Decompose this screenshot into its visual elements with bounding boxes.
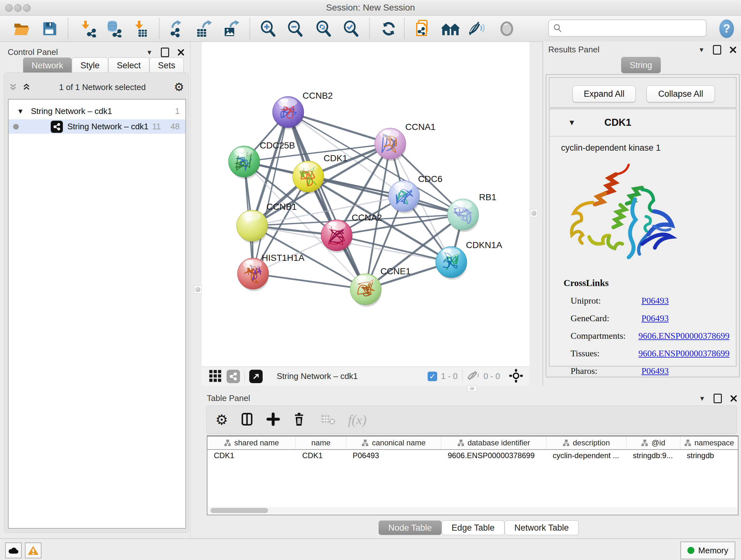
open-session-icon[interactable] <box>13 20 30 38</box>
bottom-splitter-grip[interactable] <box>467 385 477 392</box>
network-tree-child-row[interactable]: String Network – cdk1 11 48 <box>9 119 185 134</box>
help-button[interactable]: ? <box>719 19 734 38</box>
import-network-database-icon[interactable] <box>105 20 123 38</box>
show-columns-icon[interactable] <box>240 412 254 428</box>
column-header[interactable]: shared name <box>207 436 296 449</box>
collapse-all-button[interactable]: Collapse All <box>647 85 715 102</box>
tab-edge-table[interactable]: Edge Table <box>442 520 504 535</box>
save-session-icon[interactable] <box>41 20 59 38</box>
delete-column-trash-icon[interactable] <box>292 412 306 428</box>
results-panel-close-icon[interactable] <box>730 46 737 53</box>
uniprot-link[interactable]: P06493 <box>642 296 669 306</box>
hide-unhide-icon[interactable] <box>467 20 485 38</box>
zoom-selected-icon[interactable] <box>342 20 360 38</box>
import-table-icon[interactable] <box>131 20 149 38</box>
selected-checkbox-icon[interactable]: ✓ <box>428 372 437 381</box>
table-panel-close-icon[interactable] <box>730 395 737 402</box>
column-header[interactable]: canonical name <box>346 436 441 449</box>
network-edge-HIST1H1A-CCNE1[interactable] <box>253 273 366 289</box>
cell-namespace[interactable]: stringdb <box>680 449 738 462</box>
column-header[interactable]: @id <box>626 436 680 449</box>
column-header[interactable]: description <box>546 436 626 449</box>
cell-database-identifier[interactable]: 9606.ENSP00000378699 <box>441 449 546 462</box>
pharos-link[interactable]: P06493 <box>642 366 669 376</box>
function-builder-icon[interactable]: f(x) <box>348 412 366 428</box>
search-input[interactable] <box>562 23 702 34</box>
network-tree-root-row[interactable]: ▼ String Network – cdk1 1 <box>9 104 185 118</box>
tab-string-results[interactable]: String <box>621 57 661 73</box>
grid-mode-icon[interactable] <box>209 369 221 383</box>
gene-section-header[interactable]: ▼ CDK1 <box>549 109 736 137</box>
network-node-CCNE1[interactable] <box>350 273 381 307</box>
expand-all-button[interactable]: Expand All <box>572 85 636 102</box>
column-header[interactable]: name <box>296 436 346 449</box>
memory-button[interactable]: Memory <box>680 542 735 559</box>
right-splitter-grip[interactable] <box>530 209 538 217</box>
zoom-in-icon[interactable] <box>259 20 277 38</box>
string-import-icon[interactable] <box>414 20 432 38</box>
show-all-icon[interactable] <box>498 20 516 38</box>
export-image-icon[interactable] <box>223 20 241 38</box>
left-splitter-grip[interactable] <box>194 286 202 294</box>
birdseye-view-icon[interactable] <box>442 20 460 38</box>
column-header[interactable]: namespace <box>680 436 738 449</box>
network-node-HIST1H1A[interactable] <box>238 258 269 291</box>
network-node-CDC25B[interactable] <box>228 146 260 179</box>
network-mode-icon[interactable] <box>226 370 240 383</box>
zoom-out-icon[interactable] <box>286 20 304 38</box>
tab-sets[interactable]: Sets <box>149 57 184 73</box>
delete-table-icon[interactable] <box>321 413 336 427</box>
network-node-CDKN1A[interactable] <box>435 246 467 280</box>
tab-network-table[interactable]: Network Table <box>504 520 579 535</box>
export-table-icon[interactable] <box>195 20 213 38</box>
table-row[interactable]: CDK1 CDK1 P06493 9606.ENSP00000378699 cy… <box>207 449 738 462</box>
refresh-layout-icon[interactable] <box>380 20 398 38</box>
table-settings-gear-icon[interactable]: ⚙ <box>215 413 228 427</box>
table-panel-menu-icon[interactable]: ▼ <box>699 395 705 401</box>
cloud-button[interactable] <box>5 543 22 558</box>
scrollbar-thumb[interactable] <box>211 508 268 513</box>
tab-node-table[interactable]: Node Table <box>379 520 442 535</box>
detach-view-icon[interactable] <box>249 370 263 383</box>
expand-all-icon[interactable] <box>22 83 31 91</box>
results-panel-menu-icon[interactable]: ▼ <box>698 47 704 53</box>
genecard-link[interactable]: P06493 <box>642 313 669 323</box>
tab-network[interactable]: Network <box>23 57 72 73</box>
network-canvas[interactable]: CCNB2CCNA1CDC25BCDK1CDC6RB1CCNB1CCNA2CDK… <box>202 42 529 367</box>
network-node-CDC6[interactable] <box>388 180 420 213</box>
add-column-icon[interactable] <box>266 412 280 428</box>
network-options-gear-icon[interactable]: ⚙ <box>174 81 184 93</box>
control-panel-close-icon[interactable] <box>178 49 185 56</box>
column-type-icon <box>224 439 231 446</box>
table-horizontal-scrollbar[interactable] <box>208 507 737 514</box>
results-panel: Results Panel ▼ String Expand All Collap… <box>542 42 741 386</box>
cell-name[interactable]: CDK1 <box>296 449 346 462</box>
tab-select[interactable]: Select <box>108 57 149 73</box>
cell-id[interactable]: stringdb:9... <box>626 449 680 462</box>
results-panel-float-icon[interactable] <box>713 45 721 55</box>
network-node-CCNA1[interactable] <box>375 128 406 161</box>
network-node-CDK1[interactable] <box>293 161 324 194</box>
zoom-fit-icon[interactable] <box>315 20 333 38</box>
control-panel-float-icon[interactable] <box>161 48 169 57</box>
table-panel-float-icon[interactable] <box>714 394 722 403</box>
control-panel-menu-icon[interactable]: ▼ <box>146 49 152 56</box>
gene-collapse-icon[interactable]: ▼ <box>568 118 576 127</box>
collapse-all-icon[interactable] <box>9 83 17 91</box>
warnings-button[interactable] <box>25 543 42 558</box>
import-network-file-icon[interactable] <box>79 20 97 38</box>
cell-shared-name[interactable]: CDK1 <box>207 449 296 462</box>
fit-content-crosshair-icon[interactable] <box>509 369 523 384</box>
tissues-link[interactable]: 9606.ENSP00000378699 <box>638 348 730 359</box>
export-network-icon[interactable] <box>167 20 185 38</box>
network-graph[interactable]: CCNB2CCNA1CDC25BCDK1CDC6RB1CCNB1CCNA2CDK… <box>202 42 529 367</box>
tab-style[interactable]: Style <box>72 57 108 73</box>
cell-canonical-name[interactable]: P06493 <box>346 449 441 462</box>
compartments-link[interactable]: 9606.ENSP00000378699 <box>638 331 730 341</box>
cell-description[interactable]: cyclin-dependent ... <box>546 449 626 462</box>
hidden-eye-icon[interactable] <box>467 370 480 382</box>
network-node-CCNB1[interactable] <box>237 210 268 243</box>
tree-expander-icon[interactable]: ▼ <box>17 107 24 116</box>
column-header[interactable]: database identifier <box>441 436 546 449</box>
network-node-RB1[interactable] <box>448 199 479 232</box>
